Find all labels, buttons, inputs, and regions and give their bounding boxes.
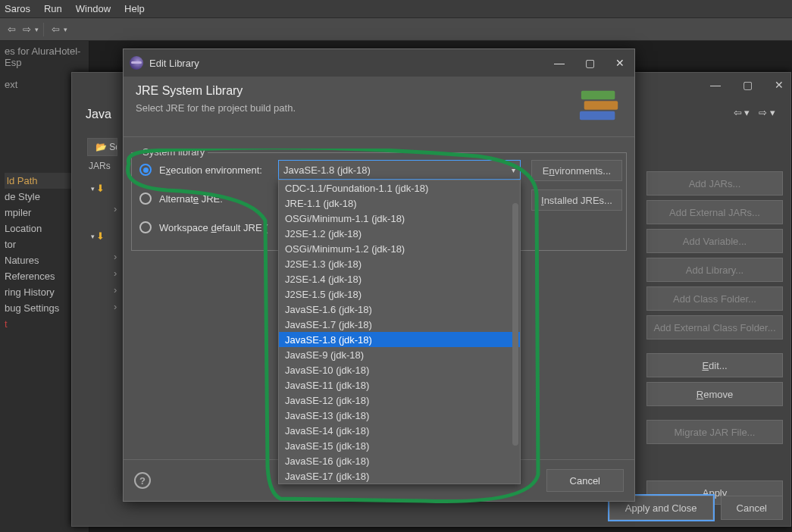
- menubar[interactable]: Saros Run Window Help: [0, 0, 792, 18]
- add-external-class-folder-button[interactable]: Add External Class Folder...: [646, 315, 783, 340]
- environments-button[interactable]: Environments...: [531, 160, 622, 181]
- execution-env-dropdown[interactable]: CDC-1.1/Foundation-1.1 (jdk-18)JRE-1.1 (…: [278, 180, 521, 484]
- dropdown-option[interactable]: JavaSE-9 (jdk-18): [279, 347, 520, 362]
- dialog-max-icon[interactable]: ▢: [581, 57, 598, 69]
- fieldset-legend: System library: [139, 146, 208, 158]
- dropdown-option[interactable]: JRE-1.1 (jdk-18): [279, 196, 520, 211]
- combo-value: JavaSE-1.8 (jdk-18): [283, 164, 371, 176]
- library-buttons: Add JARs... Add External JARs... Add Var…: [646, 171, 783, 505]
- menu-window[interactable]: Window: [76, 3, 111, 14]
- svg-rect-2: [580, 111, 615, 120]
- dropdown-option[interactable]: JavaSE-1.8 (jdk-18): [279, 332, 520, 347]
- dropdown-option[interactable]: JavaSE-1.7 (jdk-18): [279, 317, 520, 332]
- help-icon[interactable]: ?: [134, 472, 151, 489]
- menu-saros[interactable]: Saros: [5, 3, 30, 14]
- add-variable-button[interactable]: Add Variable...: [646, 229, 783, 253]
- add-jars-button[interactable]: Add JARs...: [646, 171, 783, 196]
- dropdown-option[interactable]: J2SE-1.2 (jdk-18): [279, 226, 520, 241]
- dropdown-option[interactable]: JavaSE-16 (jdk-18): [279, 453, 520, 468]
- nav-back2-icon[interactable]: ⇦: [49, 23, 62, 35]
- dialog-close-icon[interactable]: ✕: [612, 57, 628, 69]
- nav-back-icon[interactable]: ⇦: [5, 23, 18, 35]
- execution-env-combo[interactable]: JavaSE-1.8 (jdk-18) ▾: [278, 160, 521, 180]
- nav-toolbar: ⇦ ⇨ ▾ ⇦ ▾: [0, 18, 792, 41]
- add-class-folder-button[interactable]: Add Class Folder...: [646, 286, 783, 311]
- dialog-cancel-button[interactable]: Cancel: [546, 469, 624, 492]
- dropdown-option[interactable]: JavaSE-17 (jdk-18): [279, 468, 520, 483]
- dropdown-option[interactable]: JavaSE-13 (jdk-18): [279, 408, 520, 423]
- books-icon: [578, 84, 622, 125]
- radio-alternate-jre[interactable]: [139, 192, 152, 205]
- dialog-description: Select JRE for the project build path.: [136, 102, 622, 114]
- dialog-title: Edit Library: [149, 58, 199, 69]
- dialog-header: JRE System Library Select JRE for the pr…: [124, 77, 634, 137]
- cancel-button[interactable]: Cancel: [721, 496, 783, 520]
- scrollbar-thumb[interactable]: [512, 203, 518, 446]
- nav-fwd-icon[interactable]: ⇨: [20, 23, 33, 35]
- jars-label: JARs: [89, 161, 111, 171]
- radio-execution-env-label: Execution environment:: [159, 164, 288, 176]
- svg-rect-1: [584, 101, 618, 110]
- dropdown-option[interactable]: OSGi/Minimum-1.1 (jdk-18): [279, 211, 520, 226]
- edit-button[interactable]: Edit...: [646, 353, 783, 377]
- dialog-min-icon[interactable]: ―: [551, 57, 568, 69]
- fwd-arrow-icon[interactable]: ⇨ ▾: [759, 107, 775, 118]
- migrate-jar-button[interactable]: Migrate JAR File...: [646, 420, 783, 444]
- nav-dropdown-icon[interactable]: ▾: [35, 26, 39, 33]
- dropdown-option[interactable]: JavaSE-14 (jdk-18): [279, 423, 520, 438]
- chevron-down-icon: ▾: [512, 166, 515, 174]
- nav-dropdown2-icon[interactable]: ▾: [64, 26, 67, 33]
- dropdown-option[interactable]: JavaSE-10 (jdk-18): [279, 362, 520, 377]
- bg-max-icon[interactable]: ▢: [740, 79, 754, 91]
- menu-help[interactable]: Help: [124, 3, 145, 14]
- bg-min-icon[interactable]: ―: [709, 79, 722, 91]
- svg-rect-0: [581, 91, 615, 100]
- dropdown-option[interactable]: JavaSE-1.6 (jdk-18): [279, 302, 520, 317]
- panel-header: es for AluraHotel-Esp: [5, 45, 84, 68]
- radio-execution-env[interactable]: [139, 164, 152, 176]
- bg-close-icon[interactable]: ✕: [772, 79, 786, 91]
- radio-alternate-jre-label: Alternate JRE:: [159, 193, 288, 205]
- add-library-button[interactable]: Add Library...: [646, 258, 783, 282]
- dropdown-option[interactable]: OSGi/Minimum-1.2 (jdk-18): [279, 241, 520, 256]
- dialog-heading: JRE System Library: [136, 84, 622, 98]
- add-external-jars-button[interactable]: Add External JARs...: [646, 200, 783, 224]
- dialog-titlebar[interactable]: Edit Library ― ▢ ✕: [124, 49, 634, 77]
- source-tab[interactable]: 📂 Sc: [87, 138, 117, 156]
- dropdown-option[interactable]: JavaSE-12 (jdk-18): [279, 393, 520, 408]
- remove-button[interactable]: Remove: [646, 382, 783, 406]
- installed-jres-button[interactable]: Installed JREs...: [531, 189, 622, 211]
- radio-workspace-default[interactable]: [139, 221, 152, 233]
- edit-library-dialog: Edit Library ― ▢ ✕ JRE System Library Se…: [123, 49, 635, 502]
- libraries-tree[interactable]: ▾⬇ › ▾⬇ › › › ›: [91, 179, 117, 312]
- dropdown-option[interactable]: J2SE-1.3 (jdk-18): [279, 256, 520, 271]
- dropdown-option[interactable]: J2SE-1.4 (jdk-18): [279, 271, 520, 286]
- dropdown-option[interactable]: JavaSE-15 (jdk-18): [279, 438, 520, 453]
- dropdown-option[interactable]: JavaSE-11 (jdk-18): [279, 377, 520, 393]
- dialog-body: System library Execution environment: Al…: [124, 137, 634, 474]
- radio-workspace-default-label: Workspace default JRE (: [159, 222, 288, 233]
- back-arrow-icon[interactable]: ⇦ ▾: [734, 107, 750, 118]
- eclipse-icon: [130, 56, 143, 70]
- toolbar-separator: [43, 23, 44, 36]
- menu-run[interactable]: Run: [44, 3, 62, 14]
- dropdown-option[interactable]: J2SE-1.5 (jdk-18): [279, 286, 520, 302]
- dropdown-option[interactable]: CDC-1.1/Foundation-1.1 (jdk-18): [279, 180, 520, 196]
- java-build-heading: Java: [86, 108, 111, 121]
